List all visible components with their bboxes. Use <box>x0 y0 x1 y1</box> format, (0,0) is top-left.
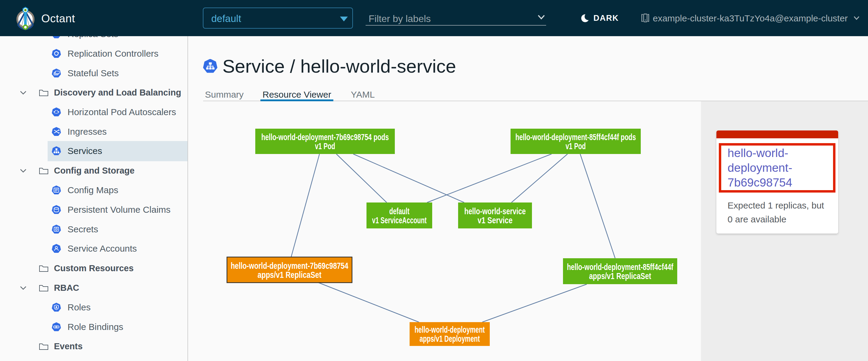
svg-text:apps/v1 ReplicaSet: apps/v1 ReplicaSet <box>258 270 321 280</box>
svg-text:hello-world-deployment-85ff4cf: hello-world-deployment-85ff4cf44f pods <box>516 132 636 142</box>
svg-text:v1 Service: v1 Service <box>478 216 513 225</box>
svg-text:v1 Pod: v1 Pod <box>566 141 586 151</box>
svg-text:v1 ServiceAccount: v1 ServiceAccount <box>372 216 427 225</box>
svg-text:apps/v1 Deployment: apps/v1 Deployment <box>420 334 480 343</box>
svg-text:hello-world-deployment-7b69c98: hello-world-deployment-7b69c98754 <box>231 261 348 271</box>
svg-text:hello-world-deployment-85ff4cf: hello-world-deployment-85ff4cf44f <box>567 262 673 272</box>
svg-text:v1 Pod: v1 Pod <box>315 141 335 151</box>
svg-text:hello-world-deployment: hello-world-deployment <box>415 325 485 334</box>
svg-text:apps/v1 ReplicaSet: apps/v1 ReplicaSet <box>589 271 651 281</box>
svg-text:default: default <box>390 206 410 216</box>
svg-text:hello-world-deployment-7b69c98: hello-world-deployment-7b69c98754 pods <box>261 132 389 142</box>
svg-text:hello-world-service: hello-world-service <box>464 206 526 216</box>
